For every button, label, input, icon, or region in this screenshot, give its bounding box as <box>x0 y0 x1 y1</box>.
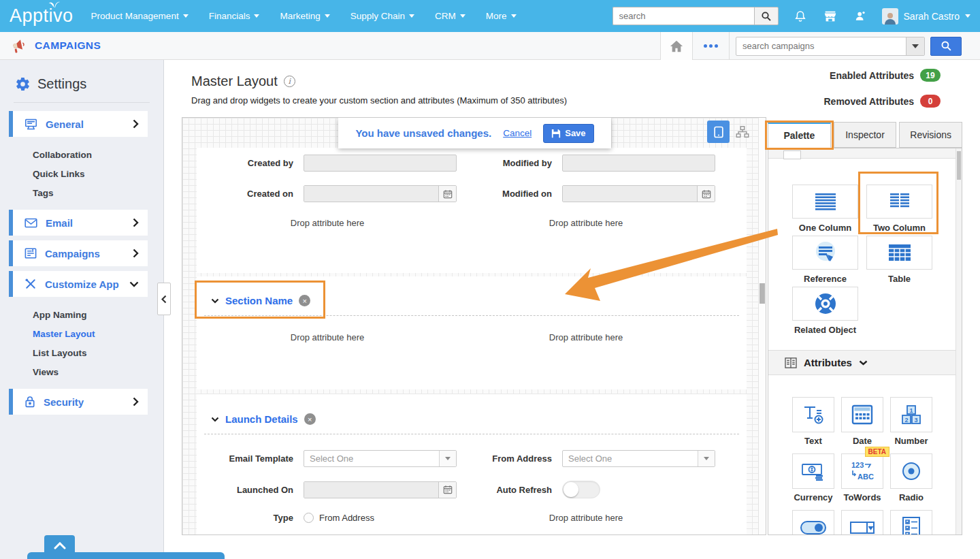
more-actions-button[interactable] <box>693 32 730 60</box>
collapse-section-icon[interactable] <box>211 298 219 304</box>
app-title[interactable]: CAMPAIGNS <box>0 37 101 54</box>
user-menu[interactable]: Sarah Castro <box>882 8 970 25</box>
tree-view-button[interactable] <box>731 121 753 143</box>
attribute-number[interactable]: 123 Number <box>890 397 932 446</box>
field-created-on: Created on <box>198 185 457 202</box>
search-options-caret[interactable] <box>906 37 924 55</box>
sidebar-section-customize-app[interactable]: Customize App <box>13 271 148 297</box>
section-title[interactable]: Section Name <box>225 295 293 306</box>
sidebar-item-views[interactable]: Views <box>33 363 163 382</box>
referral-person-icon[interactable] <box>852 8 868 25</box>
widget-related-object[interactable]: Related Object <box>792 287 858 335</box>
home-button[interactable] <box>660 32 693 60</box>
sidebar-section-campaigns[interactable]: Campaigns <box>13 240 148 266</box>
attribute-select[interactable] <box>841 510 883 535</box>
two-column-icon <box>887 193 912 210</box>
from-address-select[interactable]: Select One <box>562 450 715 467</box>
menu-more[interactable]: More <box>486 11 517 21</box>
settings-title: Settings <box>37 76 86 92</box>
menu-supply-chain[interactable]: Supply Chain <box>350 11 414 21</box>
settings-sidebar: Settings General Collaboration Quick Lin… <box>0 60 164 559</box>
chevron-down-icon <box>698 451 715 466</box>
canvas-scrollbar-thumb[interactable] <box>760 283 765 304</box>
canvas-scrollbar <box>758 118 766 534</box>
attribute-toggle[interactable] <box>792 510 834 535</box>
campaign-search-button[interactable] <box>930 37 962 56</box>
apptivo-logo[interactable]: Apptivo <box>10 5 74 27</box>
widget-table[interactable]: Table <box>866 236 932 284</box>
field-modified-on: Modified on <box>457 185 715 202</box>
ellipsis-icon <box>715 44 718 48</box>
menu-marketing[interactable]: Marketing <box>280 11 329 21</box>
sidebar-item-master-layout[interactable]: Master Layout <box>33 325 163 344</box>
tab-palette[interactable]: Palette <box>768 122 831 148</box>
type-radio-label: From Address <box>319 513 374 523</box>
sidebar-item-quick-links[interactable]: Quick Links <box>33 165 163 184</box>
text-attribute-icon <box>802 404 825 425</box>
attribute-radio[interactable]: Radio <box>890 453 932 502</box>
auto-refresh-toggle[interactable] <box>562 481 600 498</box>
monitor-icon <box>24 118 37 130</box>
form-view-button[interactable] <box>707 121 730 143</box>
created-by-input[interactable] <box>304 155 457 172</box>
sidebar-item-list-layouts[interactable]: List Layouts <box>33 344 163 363</box>
calendar-icon[interactable] <box>697 186 715 202</box>
tab-revisions[interactable]: Revisions <box>899 122 962 148</box>
divider <box>14 102 150 103</box>
tablet-icon <box>712 125 725 139</box>
global-search-button[interactable] <box>754 7 779 25</box>
attribute-towords[interactable]: BETA 123ABC ToWords <box>841 453 883 502</box>
calendar-icon[interactable] <box>438 482 456 498</box>
svg-text:3: 3 <box>914 417 917 424</box>
modified-by-input[interactable] <box>562 155 715 172</box>
widget-two-column[interactable]: Two Column <box>866 185 932 233</box>
calendar-icon[interactable] <box>438 186 456 202</box>
menu-crm[interactable]: CRM <box>435 11 466 21</box>
towords-attribute-icon: 123ABC <box>849 459 876 483</box>
attributes-group-header[interactable]: Attributes <box>768 350 956 375</box>
attribute-checklist[interactable] <box>890 510 932 535</box>
menu-financials[interactable]: Financials <box>209 11 260 21</box>
remove-section-icon[interactable]: × <box>299 295 310 306</box>
widget-one-column[interactable]: One Column <box>792 185 858 233</box>
sidebar-section-label: Security <box>44 396 84 408</box>
info-icon[interactable]: i <box>284 76 295 87</box>
attribute-date[interactable]: Date <box>841 397 883 446</box>
launched-on-input[interactable] <box>304 482 438 498</box>
sidebar-section-security[interactable]: Security <box>13 389 148 415</box>
chevron-down-icon <box>912 44 919 48</box>
attribute-text[interactable]: Text <box>792 397 834 446</box>
type-radio[interactable] <box>304 513 314 523</box>
page-title-row: Master Layout i <box>191 74 295 89</box>
notifications-bell-icon[interactable] <box>792 8 808 25</box>
created-on-input[interactable] <box>304 186 438 202</box>
sidebar-collapse-handle[interactable] <box>157 283 171 315</box>
sidebar-item-collaboration[interactable]: Collaboration <box>33 146 163 165</box>
panel-tabs: Palette Inspector Revisions <box>768 122 962 148</box>
sidebar-item-app-naming[interactable]: App Naming <box>33 306 163 325</box>
tab-inspector[interactable]: Inspector <box>834 122 897 148</box>
number-attribute-icon: 123 <box>900 404 922 426</box>
palette-scrollbar-thumb[interactable] <box>957 151 961 180</box>
app-bar: CAMPAIGNS <box>0 32 980 60</box>
attribute-currency[interactable]: Currency <box>792 453 834 502</box>
global-search-input[interactable] <box>612 7 754 25</box>
sidebar-item-tags[interactable]: Tags <box>33 184 163 203</box>
sidebar-section-general[interactable]: General <box>13 111 148 137</box>
logo-text: Apptivo <box>10 5 74 26</box>
cancel-link[interactable]: Cancel <box>503 128 532 138</box>
menu-product-management[interactable]: Product Management <box>91 11 189 21</box>
email-template-select[interactable]: Select One <box>304 450 457 467</box>
campaign-search-input[interactable] <box>736 37 906 55</box>
widget-reference[interactable]: Reference <box>792 236 858 284</box>
save-button[interactable]: Save <box>543 124 593 143</box>
section-title[interactable]: Launch Details <box>225 413 298 425</box>
sidebar-section-email[interactable]: Email <box>13 210 148 236</box>
scroll-top-button[interactable] <box>44 535 75 556</box>
remove-section-icon[interactable]: × <box>304 413 316 425</box>
modified-on-input[interactable] <box>563 186 697 202</box>
app-store-icon[interactable] <box>822 8 838 25</box>
collapse-section-icon[interactable] <box>211 417 219 422</box>
svg-text:ABC: ABC <box>858 473 874 481</box>
leaf-icon <box>48 1 61 8</box>
